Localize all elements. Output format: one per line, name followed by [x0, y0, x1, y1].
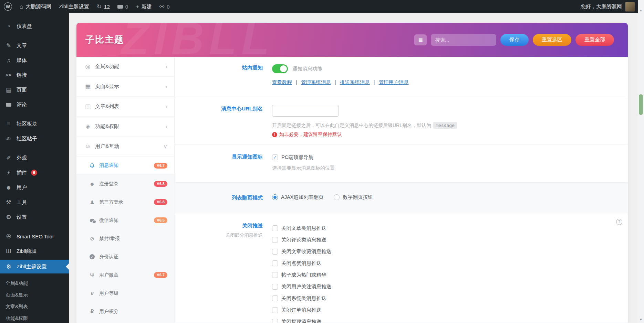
- sidebar-item-comments[interactable]: 评论: [0, 98, 69, 111]
- updates-link[interactable]: ↻ 12: [93, 0, 114, 13]
- disable-post-push-checkbox[interactable]: [272, 225, 278, 231]
- scroll-up-arrow[interactable]: ▲: [638, 9, 644, 12]
- watermark: ZIBLL: [121, 23, 274, 57]
- link-icon: ⚯: [159, 4, 164, 10]
- sidebar-item-zibll-theme-settings[interactable]: ⚙ Zibll主题设置: [0, 260, 69, 273]
- sidebar-item-dashboard[interactable]: ◔ 仪表盘: [0, 20, 69, 32]
- sidebar-item-forum-sections[interactable]: ≡ 社区板块: [0, 118, 69, 130]
- forum-sections-icon: ≡: [5, 121, 12, 127]
- sidebar-item-tools[interactable]: ⚒ 工具: [0, 196, 69, 208]
- comments-icon: [6, 103, 11, 107]
- nav-sub-user-badge[interactable]: Ψ 用户徽章 V6.7: [76, 266, 174, 284]
- sidebar-item-settings[interactable]: ⚙ 设置: [0, 211, 69, 223]
- section-disable-push: 关闭推送 关闭部分消息推送 关闭文章类消息推送 关闭评论类消息推送 关闭文章收藏…: [175, 213, 628, 323]
- sidebar-item-plugins[interactable]: ⚡ 插件 6: [0, 166, 69, 179]
- new-content-link[interactable]: + 新建: [132, 0, 156, 13]
- url-alias-input[interactable]: [272, 105, 339, 117]
- update-count: 12: [104, 4, 110, 10]
- nav-global-features[interactable]: ◎ 全局&功能 ›: [76, 57, 174, 77]
- site-home-link[interactable]: ⌂ 大鹏源码网: [16, 0, 55, 13]
- admin-bar-account[interactable]: 您好，大鹏资源网: [581, 2, 644, 12]
- nav-sub-identity-verify[interactable]: ✓ 身份认证: [76, 248, 174, 266]
- default-alias-code: message: [433, 122, 457, 129]
- disable-system-push-checkbox[interactable]: [272, 295, 278, 301]
- disable-comment-push-checkbox[interactable]: [272, 237, 278, 243]
- link-manage-user-messages[interactable]: 管理用户消息: [379, 79, 409, 85]
- push-option-row: 关闭订单消息推送: [272, 306, 628, 314]
- ajax-paging-radio[interactable]: [272, 194, 278, 200]
- push-option-row: 关闭用户关注消息推送: [272, 282, 628, 291]
- link-view-tutorial[interactable]: 查看教程: [272, 79, 292, 85]
- wechat-icon: [90, 219, 94, 222]
- disable-order-push-checkbox[interactable]: [272, 307, 278, 313]
- disable-like-push-checkbox[interactable]: [272, 260, 278, 266]
- menu-toggle-button[interactable]: ≣: [414, 34, 427, 45]
- reset-all-button[interactable]: 重置全部: [575, 34, 614, 46]
- nav-sub-message-notify[interactable]: 消息通知 V6.7: [76, 157, 174, 175]
- settings-nav: ◎ 全局&功能 › ▦ 页面&显示 › ◫ 文章&列表 › ◈ 功能&权限 › …: [76, 57, 175, 323]
- sidebar-item-links[interactable]: ⚯ 链接: [0, 69, 69, 81]
- theme-settings-panel: ZIBLL 子比主题 ≣ 保存 重置选区 重置全部 ◎ 全局&功能 › ▦ 页面…: [76, 23, 628, 323]
- nav-post-list[interactable]: ◫ 文章&列表 ›: [76, 97, 174, 117]
- numeric-paging-radio[interactable]: [334, 194, 340, 200]
- sidebar-item-appearance[interactable]: ✐ 外观: [0, 152, 69, 164]
- disable-withdraw-push-checkbox[interactable]: [272, 319, 278, 323]
- nav-page-display[interactable]: ▦ 页面&显示 ›: [76, 77, 174, 97]
- scrollbar-thumb[interactable]: [639, 94, 643, 115]
- admin-bar-theme-settings-link[interactable]: Zibll主题设置: [55, 0, 93, 13]
- link-count: 0: [167, 4, 169, 10]
- target-icon: ◎: [84, 64, 91, 69]
- links-count-item[interactable]: ⚯ 0: [156, 0, 174, 13]
- nav-sub-user-level[interactable]: ν 用户等级: [76, 284, 174, 302]
- calendar-icon: ▦: [84, 84, 91, 89]
- disable-favorite-push-checkbox[interactable]: [272, 249, 278, 255]
- site-name: 大鹏源码网: [25, 3, 51, 10]
- nav-function-permission[interactable]: ◈ 功能&权限 ›: [76, 117, 174, 137]
- nav-sub-thirdparty-login[interactable]: ♟ 第三方登录 V6.8: [76, 193, 174, 211]
- nav-user-interaction[interactable]: ☺ 用户&互动 ∨: [76, 137, 174, 157]
- nav-sub-wechat-notify[interactable]: 微信通知 V6.5: [76, 211, 174, 229]
- setting-label: 关闭推送: [175, 222, 263, 229]
- search-input[interactable]: [431, 37, 496, 43]
- section-paging-mode: 列表翻页模式 AJAX追加列表翻页 数字翻页按钮: [175, 183, 628, 213]
- save-button[interactable]: 保存: [500, 34, 529, 46]
- reset-section-button[interactable]: 重置选区: [533, 34, 571, 46]
- push-option-row: 帖子成为热门或精华: [272, 271, 628, 279]
- browser-scrollbar[interactable]: ▲ ▼: [638, 0, 644, 323]
- hot-post-push-checkbox[interactable]: [272, 272, 278, 278]
- comments-link[interactable]: 0: [114, 0, 132, 13]
- nav-sub-register-login[interactable]: ☻ 注册登录 V6.8: [76, 175, 174, 193]
- setting-label: 站内通知: [175, 64, 263, 72]
- nav-sub-user-points[interactable]: ₽ 用户积分: [76, 302, 174, 321]
- wp-logo-menu[interactable]: W: [0, 0, 16, 13]
- link-push-system-messages[interactable]: 推送系统消息: [340, 79, 370, 85]
- scroll-down-arrow[interactable]: ▼: [638, 318, 644, 321]
- submenu-post-list[interactable]: 文章&列表: [6, 301, 69, 313]
- check-circle-icon: ✓: [90, 254, 95, 259]
- nav-sub-ban-report[interactable]: ⊘ 禁封/举报: [76, 229, 174, 248]
- push-option-row: 关闭提现消息推送: [272, 317, 628, 323]
- push-option-row: 关闭系统类消息推送: [272, 294, 628, 302]
- sidebar-item-media[interactable]: ♫ 媒体: [0, 54, 69, 66]
- help-icon[interactable]: ?: [616, 219, 622, 225]
- chevron-down-icon: ∨: [163, 143, 167, 150]
- panel-header: ZIBLL 子比主题 ≣ 保存 重置选区 重置全部: [76, 23, 628, 57]
- notify-toggle[interactable]: [272, 64, 288, 73]
- submenu-global-features[interactable]: 全局&功能: [6, 278, 69, 289]
- submenu-page-display[interactable]: 页面&显示: [6, 289, 69, 301]
- sidebar-item-smart-seo-tool[interactable]: ✇ Smart SEO Tool: [0, 230, 69, 243]
- sidebar-item-zibll-store[interactable]: Ш Zibll商城: [0, 245, 69, 257]
- sidebar-item-forum-posts[interactable]: ✍ 社区帖子: [0, 132, 69, 145]
- updates-icon: ↻: [97, 4, 102, 10]
- sidebar-item-pages[interactable]: ▤ 页面: [0, 84, 69, 96]
- level-icon: ν: [89, 291, 95, 296]
- link-manage-system-messages[interactable]: 管理系统消息: [301, 79, 331, 85]
- submenu-function-permission[interactable]: 功能&权限: [6, 313, 69, 323]
- pc-top-nav-checkbox[interactable]: [272, 154, 278, 160]
- sidebar-item-posts[interactable]: ✎ 文章: [0, 39, 69, 52]
- chain-icon: ⚯: [5, 72, 12, 78]
- disable-follow-push-checkbox[interactable]: [272, 284, 278, 290]
- section-url-alias: 消息中心URL别名 开启固定链接之后，可以在此自定义消息中心的链接后缀URL别名…: [175, 98, 628, 144]
- sidebar-item-users[interactable]: ☻ 用户: [0, 181, 69, 194]
- setting-sublabel: 关闭部分消息推送: [175, 232, 263, 238]
